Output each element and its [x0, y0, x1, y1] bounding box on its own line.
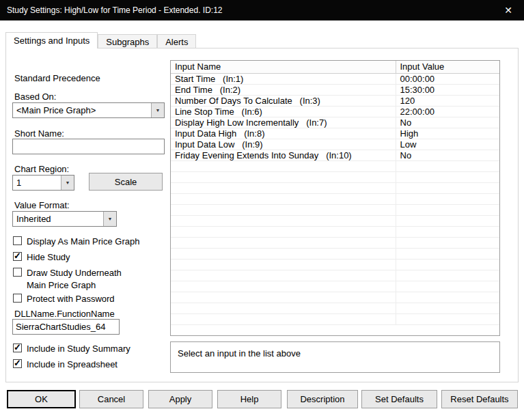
input-value-cell[interactable]	[396, 226, 499, 237]
set-defaults-button[interactable]: Set Defaults	[361, 390, 437, 408]
input-value-cell[interactable]	[396, 204, 499, 215]
short-name-input[interactable]	[12, 139, 165, 154]
tab-settings-and-inputs[interactable]: Settings and Inputs	[5, 32, 98, 48]
input-name-cell[interactable]: Input Data Low (In:9)	[171, 139, 396, 150]
input-value-cell[interactable]: High	[396, 128, 499, 139]
input-row[interactable]	[171, 303, 499, 313]
tab-alerts[interactable]: Alerts	[157, 34, 196, 48]
input-row[interactable]: Line Stop Time (In:6)22:00:00	[171, 106, 499, 117]
input-row[interactable]	[171, 237, 499, 248]
input-row[interactable]	[171, 204, 499, 215]
input-name-cell[interactable]	[171, 303, 396, 313]
chart-region-dropdown[interactable]: 1 ▼	[12, 175, 74, 191]
checkbox-draw-study-underneath[interactable]: Draw Study Underneath Main Price Graph	[13, 267, 141, 291]
checkbox-include-in-study-summary[interactable]: Include in Study Summary	[13, 343, 130, 355]
chevron-down-icon[interactable]: ▼	[103, 212, 116, 226]
column-header-input-value[interactable]: Input Value	[396, 61, 499, 73]
input-value-cell[interactable]: 00:00:00	[396, 73, 499, 84]
input-value-cell[interactable]: 120	[396, 95, 499, 106]
input-row[interactable]	[171, 248, 499, 259]
checkbox-box[interactable]	[13, 236, 22, 245]
checkbox-box[interactable]	[13, 344, 22, 352]
input-value-cell[interactable]	[396, 193, 499, 204]
input-name-cell[interactable]	[171, 204, 396, 215]
checkbox-box[interactable]	[13, 252, 22, 261]
checkbox-hide-study[interactable]: Hide Study	[13, 251, 70, 264]
input-name-cell[interactable]	[171, 292, 396, 303]
input-value-cell[interactable]	[396, 248, 499, 259]
checkbox-box[interactable]	[13, 294, 22, 303]
input-name-cell[interactable]: End Time (In:2)	[171, 84, 396, 95]
input-value-cell[interactable]: No	[396, 117, 499, 128]
input-row[interactable]	[171, 171, 499, 182]
input-row[interactable]	[171, 270, 499, 281]
input-name-cell[interactable]	[171, 248, 396, 259]
input-name-cell[interactable]: Line Stop Time (In:6)	[171, 106, 396, 117]
input-value-cell[interactable]	[396, 313, 499, 324]
input-value-cell[interactable]	[396, 237, 499, 248]
input-value-cell[interactable]: 22:00:00	[396, 106, 499, 117]
input-row[interactable]	[171, 281, 499, 292]
input-value-cell[interactable]	[396, 160, 499, 171]
input-name-cell[interactable]	[171, 160, 396, 171]
input-name-cell[interactable]	[171, 193, 396, 204]
close-icon[interactable]: ✕	[493, 0, 524, 20]
input-value-cell[interactable]: 15:30:00	[396, 84, 499, 95]
input-value-cell[interactable]	[396, 303, 499, 313]
input-name-cell[interactable]	[171, 182, 396, 193]
help-button[interactable]: Help	[217, 390, 281, 408]
input-row[interactable]	[171, 160, 499, 171]
input-row[interactable]	[171, 193, 499, 204]
input-value-cell[interactable]: Low	[396, 139, 499, 150]
input-value-cell[interactable]	[396, 292, 499, 303]
cancel-button[interactable]: Cancel	[79, 390, 143, 408]
input-value-cell[interactable]	[396, 171, 499, 182]
input-name-cell[interactable]: Input Data High (In:8)	[171, 128, 396, 139]
reset-defaults-button[interactable]: Reset Defaults	[441, 390, 518, 408]
input-name-cell[interactable]	[171, 259, 396, 270]
input-row[interactable]: Display High Low Incrementally (In:7)No	[171, 117, 499, 128]
input-row[interactable]: Input Data High (In:8)High	[171, 128, 499, 139]
input-name-cell[interactable]: Start Time (In:1)	[171, 73, 396, 84]
checkbox-box[interactable]	[13, 268, 22, 277]
input-row[interactable]	[171, 215, 499, 226]
value-format-dropdown[interactable]: Inherited ▼	[12, 211, 117, 227]
input-row[interactable]: Friday Evening Extends Into Sunday (In:1…	[171, 150, 499, 160]
scale-button[interactable]: Scale	[89, 173, 163, 191]
chevron-down-icon[interactable]: ▼	[151, 103, 164, 117]
dll-function-input[interactable]	[12, 319, 120, 335]
input-row[interactable]	[171, 259, 499, 270]
column-header-input-name[interactable]: Input Name	[171, 61, 396, 73]
input-row[interactable]	[171, 292, 499, 303]
input-row[interactable]: Number Of Days To Calculate (In:3)120	[171, 95, 499, 106]
checkbox-display-as-main-price-graph[interactable]: Display As Main Price Graph	[13, 236, 139, 248]
apply-button[interactable]: Apply	[148, 390, 212, 408]
input-value-cell[interactable]: No	[396, 150, 499, 160]
input-value-cell[interactable]	[396, 215, 499, 226]
input-name-cell[interactable]: Display High Low Incrementally (In:7)	[171, 117, 396, 128]
input-name-cell[interactable]	[171, 215, 396, 226]
input-row[interactable]	[171, 182, 499, 193]
checkbox-include-in-spreadsheet[interactable]: Include in Spreadsheet	[13, 359, 118, 371]
input-name-cell[interactable]	[171, 313, 396, 324]
input-row[interactable]	[171, 313, 499, 324]
input-name-cell[interactable]	[171, 226, 396, 237]
checkbox-box[interactable]	[13, 359, 22, 368]
input-value-cell[interactable]	[396, 270, 499, 281]
based-on-dropdown[interactable]: <Main Price Graph> ▼	[12, 102, 165, 118]
input-row[interactable]: Input Data Low (In:9)Low	[171, 139, 499, 150]
input-name-cell[interactable]	[171, 281, 396, 292]
input-value-cell[interactable]	[396, 182, 499, 193]
input-value-cell[interactable]	[396, 259, 499, 270]
chevron-down-icon[interactable]: ▼	[61, 176, 74, 190]
tab-subgraphs[interactable]: Subgraphs	[98, 34, 157, 48]
description-button[interactable]: Description	[287, 390, 358, 408]
input-name-cell[interactable]	[171, 237, 396, 248]
checkbox-protect-with-password[interactable]: Protect with Password	[13, 293, 115, 305]
input-name-cell[interactable]: Friday Evening Extends Into Sunday (In:1…	[171, 150, 396, 160]
input-name-cell[interactable]	[171, 171, 396, 182]
input-row[interactable]: Start Time (In:1)00:00:00	[171, 73, 499, 84]
input-name-cell[interactable]: Number Of Days To Calculate (In:3)	[171, 95, 396, 106]
input-name-cell[interactable]	[171, 270, 396, 281]
input-row[interactable]: End Time (In:2)15:30:00	[171, 84, 499, 95]
